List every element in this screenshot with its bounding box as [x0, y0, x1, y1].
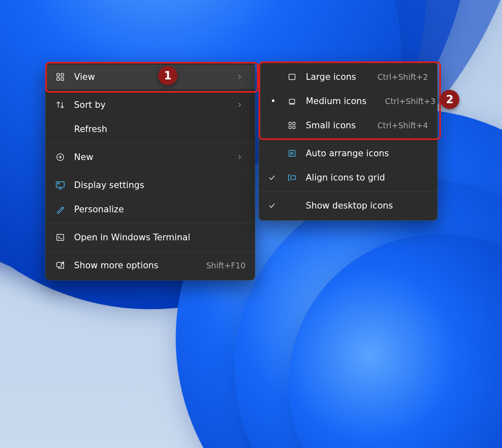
svg-rect-3	[61, 78, 64, 80]
menu-item-shortcut: Ctrl+Shift+3	[375, 97, 435, 106]
checkmark-icon	[268, 174, 278, 181]
menu-divider	[46, 171, 255, 171]
plus-circle-icon	[55, 152, 66, 163]
view-submenu: • Large icons Ctrl+Shift+2 • Medium icon…	[259, 62, 438, 221]
menu-divider	[46, 251, 255, 252]
blank-icon	[55, 124, 66, 135]
submenu-item-medium-icons[interactable]: • Medium icons Ctrl+Shift+3	[259, 89, 437, 113]
paintbrush-icon	[55, 204, 66, 215]
submenu-item-large-icons[interactable]: • Large icons Ctrl+Shift+2	[259, 65, 437, 89]
menu-divider	[259, 191, 437, 192]
grid-icon	[55, 71, 66, 82]
svg-point-6	[58, 183, 59, 184]
align-grid-icon	[287, 172, 297, 183]
more-options-icon	[55, 260, 66, 271]
chevron-right-icon	[236, 102, 246, 108]
menu-item-refresh[interactable]: Refresh	[46, 117, 255, 141]
menu-item-label: New	[74, 152, 228, 162]
menu-item-open-terminal[interactable]: Open in Windows Terminal	[46, 225, 255, 249]
checkmark-icon	[268, 202, 278, 209]
desktop-context-menu: View Sort by Refresh New	[45, 62, 255, 280]
menu-item-label: Medium icons	[306, 96, 366, 106]
menu-divider	[46, 143, 255, 143]
blank-icon	[287, 200, 297, 211]
menu-item-view[interactable]: View	[46, 65, 255, 89]
menu-item-personalize[interactable]: Personalize	[46, 197, 255, 221]
menu-item-label: Refresh	[74, 124, 246, 134]
svg-rect-13	[289, 126, 292, 129]
menu-divider	[259, 139, 437, 140]
menu-item-new[interactable]: New	[46, 145, 255, 169]
svg-rect-14	[293, 126, 295, 129]
svg-rect-8	[57, 262, 61, 267]
svg-rect-7	[57, 234, 64, 241]
menu-item-show-more[interactable]: Show more options Shift+F10	[46, 253, 255, 277]
menu-item-label: Personalize	[74, 204, 246, 214]
svg-rect-11	[289, 122, 292, 125]
monitor-gear-icon	[55, 180, 66, 191]
menu-item-shortcut: Ctrl+Shift+4	[367, 121, 428, 130]
svg-rect-5	[56, 182, 64, 187]
menu-item-label: Open in Windows Terminal	[74, 232, 246, 242]
annotation-badge-2: 2	[440, 90, 459, 109]
small-icons-icon	[287, 120, 297, 131]
svg-rect-9	[289, 74, 295, 80]
sort-icon	[55, 99, 66, 110]
radio-icon: •	[268, 96, 278, 106]
menu-item-label: Show desktop icons	[306, 201, 428, 211]
svg-rect-12	[293, 122, 295, 125]
menu-item-label: Display settings	[74, 180, 246, 190]
large-icons-icon	[287, 71, 297, 82]
chevron-right-icon	[236, 74, 246, 80]
submenu-item-small-icons[interactable]: • Small icons Ctrl+Shift+4	[259, 113, 437, 137]
svg-rect-0	[57, 74, 59, 76]
svg-rect-1	[61, 74, 64, 76]
submenu-item-show-desktop-icons[interactable]: Show desktop icons	[259, 193, 437, 218]
annotation-badge-1: 1	[158, 66, 177, 85]
chevron-right-icon	[236, 154, 246, 160]
menu-item-shortcut: Ctrl+Shift+2	[367, 72, 428, 81]
menu-divider	[46, 223, 255, 224]
menu-item-label: Show more options	[74, 260, 188, 270]
submenu-item-auto-arrange[interactable]: Auto arrange icons	[259, 141, 437, 165]
menu-item-label: Sort by	[74, 100, 228, 110]
submenu-item-align-grid[interactable]: Align icons to grid	[259, 165, 437, 190]
terminal-icon	[55, 232, 66, 243]
svg-rect-2	[57, 78, 59, 80]
menu-item-label: Large icons	[306, 72, 359, 82]
auto-arrange-icon	[287, 148, 297, 159]
menu-item-display-settings[interactable]: Display settings	[46, 173, 255, 197]
menu-item-label: Align icons to grid	[306, 173, 428, 183]
menu-item-sort-by[interactable]: Sort by	[46, 93, 255, 117]
svg-rect-10	[289, 99, 295, 103]
menu-divider	[46, 91, 255, 91]
menu-item-label: Auto arrange icons	[306, 148, 428, 158]
medium-icons-icon	[287, 96, 297, 107]
menu-item-shortcut: Shift+F10	[196, 261, 246, 270]
svg-rect-15	[289, 150, 295, 157]
svg-rect-16	[291, 176, 295, 179]
menu-item-label: View	[74, 72, 228, 82]
menu-item-label: Small icons	[306, 120, 359, 130]
